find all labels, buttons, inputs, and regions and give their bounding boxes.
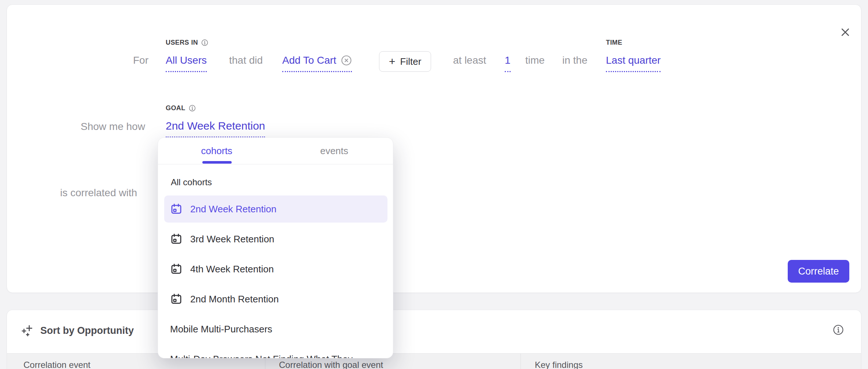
- list-item[interactable]: 3rd Week Retention: [164, 225, 387, 253]
- list-item[interactable]: Mobile Multi-Purchasers: [164, 316, 387, 343]
- that-did-word: that did: [229, 53, 263, 68]
- sort-by-opportunity-label: Sort by Opportunity: [40, 323, 134, 338]
- add-filter-button[interactable]: + Filter: [379, 51, 431, 72]
- info-icon[interactable]: [189, 105, 196, 112]
- show-me-how-word: Show me how: [81, 119, 145, 134]
- close-icon: [840, 27, 851, 38]
- sort-by-opportunity-button[interactable]: Sort by Opportunity: [21, 323, 134, 338]
- results-toolbar: Sort by Opportunity: [7, 310, 861, 353]
- time-range-selector[interactable]: Last quarter: [606, 53, 661, 72]
- event-selector[interactable]: Add To Cart: [282, 53, 352, 72]
- plus-icon: +: [389, 56, 396, 67]
- time-word: time: [525, 53, 545, 68]
- list-item[interactable]: 4th Week Retention: [164, 256, 387, 283]
- list-item-label: 3rd Week Retention: [190, 234, 274, 245]
- time-label-text: TIME: [606, 38, 622, 47]
- results-table-header: Correlation event Correlation with goal …: [7, 353, 861, 369]
- at-least-word: at least: [453, 53, 486, 68]
- remove-event-icon[interactable]: [341, 55, 352, 66]
- is-correlated-with-word: is correlated with: [60, 186, 137, 200]
- sparkle-plus-icon: [21, 324, 34, 337]
- list-item-label: 2nd Week Retention: [190, 204, 276, 215]
- calendar-icon: [170, 233, 183, 245]
- goal-selector[interactable]: 2nd Week Retention: [166, 118, 265, 138]
- tab-events[interactable]: events: [276, 138, 393, 164]
- cohort-section-label: All cohorts: [171, 176, 212, 188]
- goal-label-text: GOAL: [166, 104, 185, 112]
- info-icon[interactable]: [833, 324, 844, 335]
- list-item[interactable]: 2nd Week Retention: [164, 195, 387, 223]
- users-in-label-text: USERS IN: [166, 38, 198, 47]
- correlate-button[interactable]: Correlate: [788, 260, 849, 283]
- calendar-icon: [170, 293, 183, 305]
- list-item-label: 4th Week Retention: [190, 264, 274, 275]
- list-item-label: Multi-Day Browsers Not Finding What They: [170, 354, 353, 359]
- time-label: TIME: [606, 38, 622, 47]
- active-tab-indicator: [202, 161, 232, 164]
- results-card: Sort by Opportunity Correlation event Co…: [7, 310, 861, 369]
- in-the-word: in the: [562, 53, 588, 68]
- calendar-icon: [170, 203, 183, 215]
- list-item-label: Mobile Multi-Purchasers: [170, 324, 272, 335]
- column-divider: [521, 354, 521, 369]
- calendar-icon: [170, 263, 183, 275]
- close-button[interactable]: [838, 25, 853, 40]
- for-word: For: [133, 53, 148, 68]
- goal-label: GOAL: [166, 104, 196, 112]
- column-header-correlation-with-goal: Correlation with goal event: [279, 360, 383, 369]
- list-item[interactable]: 2nd Month Retention: [164, 286, 387, 313]
- add-filter-label: Filter: [400, 56, 422, 67]
- list-item-label: 2nd Month Retention: [190, 294, 279, 305]
- info-icon[interactable]: [201, 39, 208, 46]
- column-header-key-findings: Key findings: [535, 360, 583, 369]
- cohort-selector[interactable]: All Users: [166, 53, 207, 72]
- dropdown-tabs: cohorts events: [158, 138, 393, 164]
- column-header-correlation-event: Correlation event: [23, 360, 91, 369]
- event-selector-label: Add To Cart: [282, 53, 336, 68]
- list-item[interactable]: Multi-Day Browsers Not Finding What They: [164, 346, 387, 358]
- event-count-selector[interactable]: 1: [505, 53, 511, 72]
- tab-cohorts[interactable]: cohorts: [158, 138, 276, 164]
- goal-picker-dropdown: cohorts events All cohorts 2nd Week Rete…: [158, 137, 393, 358]
- users-in-label: USERS IN: [166, 38, 208, 47]
- query-builder-card: For USERS IN All Users that did Add To C…: [7, 4, 861, 293]
